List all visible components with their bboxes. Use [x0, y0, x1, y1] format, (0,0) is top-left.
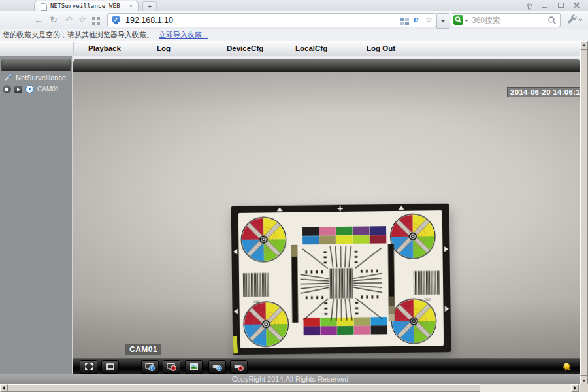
svg-text:250: 250: [253, 299, 261, 303]
tree-item-device[interactable]: NetSurveillance: [4, 73, 66, 82]
camera-stop-icon: [234, 363, 244, 371]
new-tab-button[interactable]: +: [142, 1, 157, 12]
arrow-right-icon: [574, 386, 576, 390]
osd-timestamp: 2014-06-20 14:06:10: [507, 87, 580, 97]
browser-toolbar: ← ↻ ↶ ☆ ✓ e ☆: [0, 11, 588, 29]
nav-tab-devicecfg[interactable]: DeviceCfg: [227, 41, 263, 56]
refresh-icon[interactable]: ↻: [48, 14, 59, 25]
search-box[interactable]: [451, 13, 561, 27]
scroll-down-button[interactable]: [580, 376, 588, 384]
open-all-video-button[interactable]: [141, 360, 159, 374]
single-screen-button[interactable]: [101, 360, 119, 374]
vertical-scrollbar[interactable]: [580, 41, 588, 384]
nav-tab-logout[interactable]: Log Out: [367, 41, 395, 56]
page-nav-row: Playback Log DeviceCfg LocalCfg Log Out: [0, 41, 580, 56]
vertical-scroll-thumb[interactable]: [580, 50, 588, 376]
search-engine-icon[interactable]: [453, 15, 463, 25]
bookmarks-bar: 您的收藏夹是空的，请从其他浏览器导入收藏。立即导入收藏...: [0, 29, 588, 41]
horizontal-scrollbar[interactable]: [0, 384, 580, 392]
copyright-bar: CopyRight 2014,All Rights Reserved: [0, 374, 580, 385]
channel-name-label: CAM01: [37, 86, 59, 93]
nav-tab-localcfg[interactable]: LocalCfg: [295, 41, 327, 56]
tab-title: NETSurveillance WEB: [50, 3, 120, 9]
scroll-right-button[interactable]: [571, 384, 579, 392]
tree-item-channel[interactable]: CAM01: [3, 85, 59, 93]
horizontal-scroll-thumb[interactable]: [8, 384, 480, 392]
alarm-bell-icon: [562, 362, 571, 372]
arrow-up-icon: [582, 44, 586, 46]
url-dropdown-button[interactable]: [436, 13, 449, 29]
tab-close-icon[interactable]: ×: [127, 2, 135, 9]
page-icon: [41, 3, 47, 11]
osd-channel-label: CAM01: [125, 344, 161, 355]
nav-tab-log[interactable]: Log: [157, 41, 171, 56]
security-shield-icon: ✓: [112, 16, 120, 25]
stop-record-button[interactable]: [230, 360, 248, 374]
device-name-label: NetSurveillance: [16, 74, 66, 82]
live-video-display[interactable]: 2014-06-20 14:06:10 250250 CAM01: [73, 72, 580, 358]
monitor-play-icon: [145, 363, 155, 371]
play-sub-stream-icon[interactable]: [25, 85, 34, 93]
address-bar[interactable]: ✓ e ☆: [107, 13, 436, 27]
maximize-button[interactable]: [556, 1, 566, 9]
tools-wrench-icon[interactable]: [566, 14, 583, 25]
start-record-button[interactable]: [208, 360, 226, 374]
stop-channel-icon[interactable]: [3, 85, 11, 93]
theme-icon[interactable]: [525, 1, 534, 9]
url-input[interactable]: [124, 14, 342, 26]
test-chart: 250250: [231, 203, 451, 355]
search-icon[interactable]: [547, 16, 557, 27]
import-bookmarks-link[interactable]: 立即导入收藏...: [159, 31, 208, 39]
nav-tab-playback[interactable]: Playback: [88, 41, 121, 56]
favorites-star-icon[interactable]: ☆: [76, 14, 88, 25]
close-all-video-button[interactable]: [163, 360, 180, 374]
bookmark-star-icon[interactable]: ☆: [425, 15, 433, 24]
search-engine-chevron-icon[interactable]: [465, 20, 468, 24]
alarm-indicator[interactable]: [562, 362, 571, 372]
search-input[interactable]: [470, 14, 542, 26]
monitor-stop-icon: [167, 363, 176, 371]
video-panel: 2014-06-20 14:06:10 250250 CAM01: [73, 56, 580, 374]
minimize-button[interactable]: [540, 1, 550, 9]
chevron-down-icon: [440, 20, 446, 25]
screenshot-icon[interactable]: [400, 18, 404, 21]
fullscreen-icon: [84, 363, 93, 370]
browser-tab[interactable]: NETSurveillance WEB ×: [34, 1, 139, 12]
scrollbar-corner: [580, 384, 588, 392]
single-screen-icon: [106, 363, 115, 370]
copyright-text: CopyRight 2014,All Rights Reserved: [232, 375, 349, 383]
window-controls: [525, 1, 581, 10]
svg-text:250: 250: [424, 297, 431, 301]
ie-compat-icon[interactable]: e: [414, 14, 418, 24]
bookmarks-empty-message: 您的收藏夹是空的，请从其他浏览器导入收藏。: [3, 31, 154, 39]
play-main-stream-icon[interactable]: [14, 86, 22, 93]
undo-icon[interactable]: ↶: [63, 14, 74, 25]
snapshot-icon: [189, 363, 199, 370]
browser-titlebar: NETSurveillance WEB × +: [0, 0, 588, 12]
snapshot-button[interactable]: [185, 360, 203, 374]
device-icon: [4, 73, 12, 82]
back-icon[interactable]: ←: [33, 14, 44, 25]
device-tree-header: [1, 59, 71, 71]
camera-play-icon: [212, 363, 222, 371]
scroll-up-button[interactable]: [580, 41, 588, 50]
scroll-left-button[interactable]: [0, 384, 8, 392]
device-tree-panel: NetSurveillance CAM01: [0, 56, 72, 374]
fullscreen-button[interactable]: [80, 360, 97, 374]
video-control-toolbar: [73, 358, 580, 374]
browser-window: NETSurveillance WEB × + ← ↻ ↶ ☆ ✓ e ☆: [0, 0, 588, 392]
arrow-left-icon: [3, 386, 5, 390]
close-button[interactable]: [572, 1, 581, 9]
video-panel-header: [73, 59, 580, 73]
nav-separator: [73, 42, 74, 54]
arrow-down-icon: [582, 380, 586, 382]
apps-grid-icon[interactable]: [92, 17, 95, 20]
